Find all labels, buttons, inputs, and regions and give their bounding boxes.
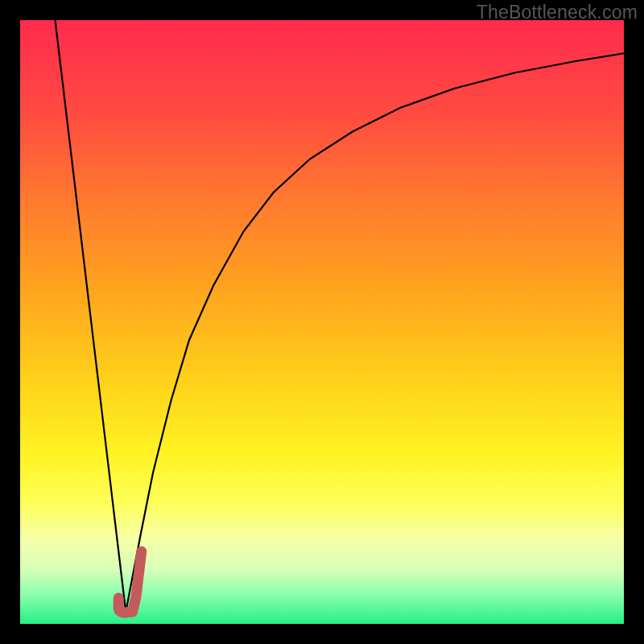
series-right-asymptote (126, 53, 624, 612)
chart-lines (20, 20, 624, 624)
chart-frame: TheBottleneck.com (0, 0, 644, 644)
watermark-text: TheBottleneck.com (477, 2, 638, 23)
series-left-spike (56, 20, 126, 612)
plot-area (20, 20, 624, 624)
